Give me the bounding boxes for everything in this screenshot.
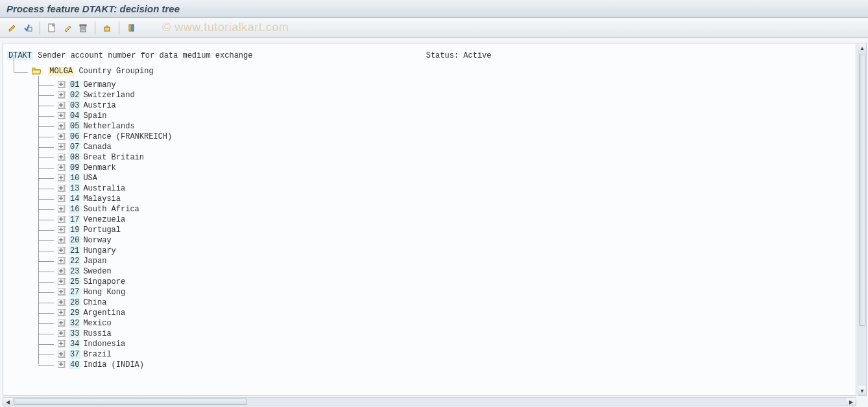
expand-icon[interactable]: [58, 237, 66, 244]
expand-icon[interactable]: [58, 288, 66, 296]
country-node[interactable]: 10USA: [38, 173, 852, 183]
country-list: 01Germany02Switzerland03Austria04Spain05…: [38, 80, 852, 370]
lock-button[interactable]: [100, 21, 114, 35]
country-node[interactable]: 06France (FRANKREICH): [38, 132, 852, 142]
horizontal-scrollbar[interactable]: ◀ ▶: [3, 397, 856, 406]
grouping-code: MOLGA: [48, 67, 74, 76]
expand-icon[interactable]: [58, 330, 66, 337]
expand-icon[interactable]: [58, 112, 66, 119]
separator: [40, 21, 40, 34]
country-code: 34: [69, 340, 80, 349]
country-node[interactable]: 23Sweden: [38, 266, 852, 277]
expand-icon[interactable]: [58, 122, 66, 130]
country-node[interactable]: 28China: [38, 297, 852, 308]
check-button[interactable]: [21, 21, 35, 35]
country-node[interactable]: 19Portugal: [38, 225, 852, 235]
scroll-up-icon[interactable]: ▲: [858, 43, 866, 52]
country-code: 23: [69, 267, 80, 276]
country-node[interactable]: 01Germany: [38, 80, 852, 90]
edit-button[interactable]: [5, 21, 19, 35]
expand-icon[interactable]: [58, 247, 66, 254]
expand-icon[interactable]: [58, 91, 66, 99]
country-node[interactable]: 16South Africa: [38, 204, 852, 215]
country-code: 25: [69, 277, 80, 286]
toolbar: © www.tutorialkart.com: [0, 18, 868, 38]
expand-icon[interactable]: [58, 133, 66, 140]
expand-icon[interactable]: [58, 226, 66, 233]
country-node[interactable]: 32Mexico: [38, 318, 852, 329]
country-node[interactable]: 33Russia: [38, 329, 852, 339]
status: Status: Active: [426, 51, 492, 60]
expand-icon[interactable]: [58, 143, 66, 150]
country-node[interactable]: 27Hong Kong: [38, 287, 852, 297]
country-label: Switzerland: [83, 91, 134, 100]
country-label: India (INDIA): [83, 360, 144, 369]
country-code: 33: [69, 329, 80, 338]
country-label: Great Britain: [83, 153, 144, 162]
country-label: USA: [83, 174, 97, 183]
country-node[interactable]: 21Hungary: [38, 246, 852, 256]
country-node[interactable]: 40India (INDIA): [38, 360, 852, 370]
expand-icon[interactable]: [58, 195, 66, 202]
expand-icon[interactable]: [58, 102, 66, 109]
country-label: Singapore: [83, 277, 125, 286]
country-node[interactable]: 09Denmark: [38, 163, 852, 173]
new-button[interactable]: [45, 21, 59, 35]
country-code: 28: [69, 298, 80, 307]
feature-desc: Sender account number for data medium ex…: [38, 51, 252, 60]
expand-icon[interactable]: [58, 185, 66, 192]
expand-icon[interactable]: [58, 361, 66, 368]
country-code: 13: [69, 184, 80, 193]
vertical-scrollbar[interactable]: ▲ ▼: [858, 43, 867, 396]
expand-icon[interactable]: [58, 154, 66, 161]
country-node[interactable]: 05Netherlands: [38, 121, 852, 132]
country-label: Brazil: [83, 350, 111, 359]
expand-icon[interactable]: [58, 205, 66, 213]
country-node[interactable]: 03Austria: [38, 100, 852, 111]
expand-icon[interactable]: [58, 278, 66, 285]
expand-icon[interactable]: [58, 340, 66, 347]
folder-open-icon: [32, 67, 41, 75]
country-code: 03: [69, 101, 80, 110]
expand-icon[interactable]: [58, 257, 66, 264]
country-node[interactable]: 04Spain: [38, 111, 852, 121]
expand-icon[interactable]: [58, 174, 66, 181]
country-node[interactable]: 22Japan: [38, 256, 852, 266]
scroll-thumb[interactable]: [14, 399, 247, 405]
delete-button[interactable]: [76, 21, 90, 35]
pencil-button[interactable]: [60, 21, 75, 35]
country-code: 37: [69, 350, 80, 359]
country-node[interactable]: 07Canada: [38, 142, 852, 152]
scroll-left-icon[interactable]: ◀: [3, 398, 12, 406]
expand-icon[interactable]: [58, 268, 66, 275]
country-node[interactable]: 14Malaysia: [38, 194, 852, 204]
country-label: Denmark: [83, 163, 115, 172]
country-node[interactable]: 34Indonesia: [38, 339, 852, 349]
country-node[interactable]: 17Venezuela: [38, 215, 852, 225]
expand-icon[interactable]: [58, 81, 66, 88]
scroll-down-icon[interactable]: ▼: [858, 386, 866, 395]
country-label: Venezuela: [83, 215, 125, 224]
country-label: Netherlands: [83, 122, 134, 131]
country-code: 08: [69, 153, 80, 162]
country-node[interactable]: 37Brazil: [38, 349, 852, 360]
expand-icon[interactable]: [58, 351, 66, 358]
scroll-thumb[interactable]: [859, 54, 865, 326]
expand-icon[interactable]: [58, 299, 66, 306]
scroll-right-icon[interactable]: ▶: [847, 398, 856, 406]
country-node[interactable]: 08Great Britain: [38, 152, 852, 163]
country-code: 09: [69, 163, 80, 172]
country-node[interactable]: 20Norway: [38, 235, 852, 246]
expand-icon[interactable]: [58, 309, 66, 316]
column-button[interactable]: [124, 21, 138, 35]
grouping-node[interactable]: MOLGA Country Grouping: [14, 67, 852, 76]
country-node[interactable]: 13Australia: [38, 183, 852, 194]
expand-icon[interactable]: [58, 164, 66, 171]
country-node[interactable]: 02Switzerland: [38, 90, 852, 100]
country-node[interactable]: 25Singapore: [38, 277, 852, 287]
country-label: Portugal: [83, 226, 121, 235]
svg-rect-8: [129, 25, 131, 31]
country-node[interactable]: 29Argentina: [38, 308, 852, 318]
expand-icon[interactable]: [58, 320, 66, 327]
expand-icon[interactable]: [58, 216, 66, 223]
